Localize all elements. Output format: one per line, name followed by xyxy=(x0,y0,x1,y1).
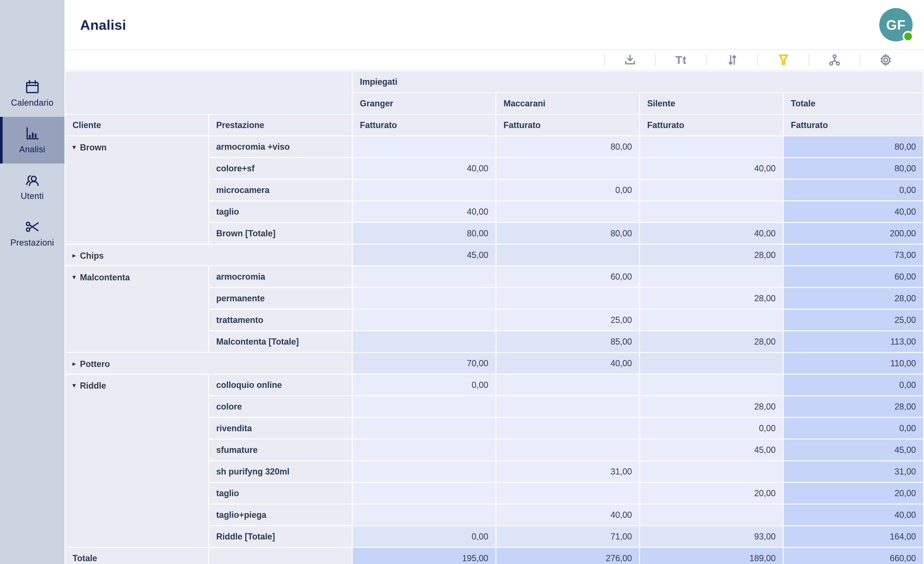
value-cell xyxy=(640,266,783,287)
value-cell: 28,00 xyxy=(640,396,783,417)
row-total-cell: 40,00 xyxy=(784,202,923,222)
value-cell xyxy=(353,136,495,157)
download-icon[interactable] xyxy=(604,50,655,70)
value-cell xyxy=(496,483,639,504)
value-cell: 85,00 xyxy=(496,331,639,352)
value-cell: 70,00 xyxy=(353,353,495,374)
value-cell: 28,00 xyxy=(640,245,783,265)
value-cell: 40,00 xyxy=(496,504,639,525)
value-cell: 40,00 xyxy=(640,223,783,244)
pivot-table-area: Impiegati Granger Maccarani Silente Tota… xyxy=(64,71,924,564)
row-total-cell: 164,00 xyxy=(784,526,923,547)
row-header-cliente[interactable]: Cliente xyxy=(65,115,208,135)
empty-prestazione-cell xyxy=(209,548,352,564)
table-row: ▾Brownarmocromia +viso80,0080,00 xyxy=(65,136,923,157)
row-total-cell: 0,00 xyxy=(784,374,923,395)
header-row-measures: Cliente Prestazione Fatturato Fatturato … xyxy=(65,115,923,135)
client-cell: ▾Riddle xyxy=(65,374,208,547)
column-header-maccarani[interactable]: Maccarani xyxy=(496,93,639,114)
value-cell xyxy=(353,331,495,352)
prestazione-cell: colloquio online xyxy=(209,374,352,395)
value-cell xyxy=(640,310,783,330)
filter-icon[interactable] xyxy=(758,50,808,70)
column-header-totale[interactable]: Totale xyxy=(784,93,923,114)
row-total-cell: 0,00 xyxy=(784,418,923,439)
value-cell: 28,00 xyxy=(640,288,783,309)
measure-header: Fatturato xyxy=(353,115,495,135)
row-total-cell: 40,00 xyxy=(784,504,923,525)
value-cell: 31,00 xyxy=(496,461,639,482)
row-total-cell: 25,00 xyxy=(784,310,923,330)
value-cell: 71,00 xyxy=(496,526,639,547)
column-header-granger[interactable]: Granger xyxy=(353,93,495,114)
value-cell: 40,00 xyxy=(353,202,495,222)
text-size-icon[interactable]: Tt xyxy=(656,50,706,70)
row-total-cell: 80,00 xyxy=(784,136,923,157)
sidebar-item-analisi[interactable]: Analisi xyxy=(0,117,64,164)
client-cell: ▸Chips xyxy=(65,245,352,265)
users-icon xyxy=(25,173,40,188)
value-cell: 0,00 xyxy=(640,418,783,439)
column-header-silente[interactable]: Silente xyxy=(640,93,783,114)
collapse-toggle[interactable]: ▾ xyxy=(72,382,76,389)
value-cell xyxy=(496,245,639,265)
prestazione-cell: armocromia +viso xyxy=(209,136,352,157)
client-label: Riddle xyxy=(80,381,106,391)
row-total-cell: 45,00 xyxy=(784,439,923,460)
sidebar-item-label: Analisi xyxy=(19,144,45,155)
table-row: ▾Malcontentaarmocromia60,0060,00 xyxy=(65,266,923,287)
hierarchy-icon[interactable] xyxy=(809,50,860,70)
measure-header: Fatturato xyxy=(784,115,923,135)
prestazione-cell: trattamento xyxy=(209,310,352,330)
value-cell xyxy=(640,504,783,525)
client-label: Pottero xyxy=(80,359,110,369)
prestazione-cell: sh purifyng 320ml xyxy=(209,461,352,482)
client-cell: ▾Malcontenta xyxy=(65,266,208,352)
value-cell xyxy=(353,483,495,504)
value-cell xyxy=(353,396,495,417)
collapse-toggle[interactable]: ▾ xyxy=(72,274,76,281)
value-cell xyxy=(496,288,639,309)
prestazione-cell: Malcontenta [Totale] xyxy=(209,331,352,352)
sort-icon[interactable] xyxy=(707,50,758,70)
calendar-icon xyxy=(25,79,40,95)
grand-total-cell: 660,00 xyxy=(784,548,923,564)
header-row-groups: Impiegati xyxy=(65,71,923,92)
pivot-table: Impiegati Granger Maccarani Silente Tota… xyxy=(64,71,924,564)
column-total-cell: 276,00 xyxy=(496,548,639,564)
expand-toggle[interactable]: ▸ xyxy=(72,252,76,259)
row-header-prestazione[interactable]: Prestazione xyxy=(209,115,352,135)
avatar[interactable]: GF xyxy=(879,8,913,41)
row-total-cell: 28,00 xyxy=(784,396,923,417)
prestazione-cell: taglio xyxy=(209,483,352,504)
value-cell xyxy=(496,374,639,395)
scissors-icon xyxy=(25,219,40,235)
settings-icon[interactable] xyxy=(860,50,911,70)
value-cell: 20,00 xyxy=(640,483,783,504)
row-total-cell: 113,00 xyxy=(784,331,923,352)
row-total-cell: 60,00 xyxy=(784,266,923,287)
grand-total-label-cell: Totale xyxy=(65,548,208,564)
value-cell: 0,00 xyxy=(353,526,495,547)
value-cell: 93,00 xyxy=(640,526,783,547)
value-cell xyxy=(353,180,495,200)
value-cell xyxy=(353,439,495,460)
value-cell: 45,00 xyxy=(353,245,495,265)
value-cell: 0,00 xyxy=(496,180,639,200)
value-cell xyxy=(640,136,783,157)
measure-header: Fatturato xyxy=(640,115,783,135)
column-total-cell: 189,00 xyxy=(640,548,783,564)
measure-header: Fatturato xyxy=(496,115,639,135)
prestazione-cell: rivendita xyxy=(209,418,352,439)
sidebar-item-calendario[interactable]: Calendario xyxy=(0,70,64,117)
prestazione-cell: Brown [Totale] xyxy=(209,223,352,244)
pivot-body: ▾Brownarmocromia +viso80,0080,00colore+s… xyxy=(65,136,923,564)
prestazione-cell: permanente xyxy=(209,288,352,309)
expand-toggle[interactable]: ▸ xyxy=(72,360,76,367)
sidebar-item-utenti[interactable]: Utenti xyxy=(0,164,64,210)
row-total-cell: 110,00 xyxy=(784,353,923,374)
row-total-cell: 20,00 xyxy=(784,483,923,504)
value-cell xyxy=(353,310,495,330)
collapse-toggle[interactable]: ▾ xyxy=(72,143,76,151)
sidebar-item-prestazioni[interactable]: Prestazioni xyxy=(0,210,64,257)
